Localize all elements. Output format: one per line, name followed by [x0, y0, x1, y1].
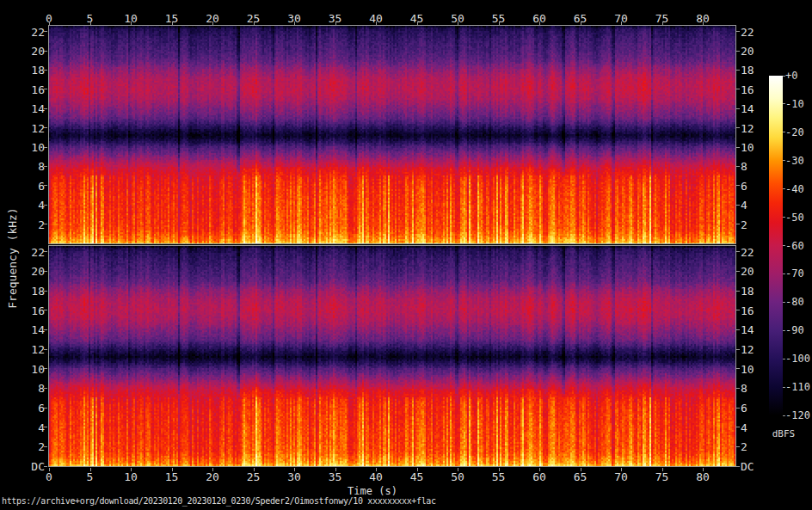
tick-mark — [736, 329, 740, 330]
spectrogram-channel-1 — [48, 25, 736, 244]
tick-mark — [44, 310, 47, 310]
tick-mark — [44, 166, 47, 167]
time-tick-label-bottom: 30 — [287, 471, 301, 482]
tick-mark — [44, 388, 47, 389]
tick-mark — [783, 160, 785, 161]
freq-tick-label-right: 20 — [741, 266, 754, 277]
freq-tick-label-right: DC — [741, 461, 754, 472]
freq-tick-label-left: DC — [31, 461, 45, 472]
tick-mark — [44, 251, 47, 252]
tick-mark — [736, 224, 740, 224]
tick-mark — [736, 310, 740, 310]
freq-tick-label-right: 12 — [741, 122, 754, 133]
tick-mark — [335, 468, 336, 471]
colorbar-unit-label: dBFS — [772, 428, 796, 439]
tick-mark — [621, 22, 622, 25]
tick-mark — [44, 224, 47, 224]
tick-mark — [44, 147, 47, 148]
freq-tick-label-right: 8 — [741, 383, 747, 394]
time-tick-label-bottom: 15 — [165, 471, 179, 482]
freq-tick-label-left: 12 — [31, 344, 45, 355]
tick-mark — [539, 22, 540, 25]
time-tick-label-bottom: 10 — [124, 471, 138, 482]
x-axis-title: Time (s) — [348, 485, 397, 497]
tick-mark — [458, 22, 458, 25]
tick-mark — [783, 103, 785, 104]
tick-mark — [581, 468, 581, 471]
freq-tick-label-right: 20 — [741, 46, 754, 57]
tick-mark — [736, 388, 740, 389]
freq-tick-label-right: 14 — [741, 324, 754, 335]
tick-mark — [499, 468, 500, 471]
tick-mark — [783, 132, 785, 132]
tick-mark — [44, 127, 47, 128]
time-tick-label-bottom: 50 — [451, 471, 464, 482]
freq-tick-label-right: 4 — [741, 421, 747, 433]
time-tick-label-bottom: 40 — [369, 471, 383, 482]
time-tick-label-bottom: 5 — [87, 471, 94, 482]
freq-tick-label-right: 18 — [741, 65, 754, 76]
tick-mark — [294, 22, 295, 25]
tick-mark — [44, 446, 47, 447]
tick-mark — [44, 427, 47, 427]
tick-mark — [44, 205, 47, 206]
freq-tick-label-right: 2 — [741, 441, 747, 452]
time-tick-label-bottom: 80 — [696, 471, 710, 482]
freq-tick-label-right: 4 — [741, 200, 747, 211]
tick-mark — [736, 127, 740, 128]
tick-mark — [44, 408, 47, 409]
tick-mark — [783, 76, 785, 77]
tick-mark — [703, 22, 704, 25]
tick-mark — [783, 359, 785, 359]
tick-mark — [376, 468, 377, 471]
tick-mark — [90, 468, 91, 471]
tick-mark — [212, 468, 213, 471]
tick-mark — [44, 291, 47, 292]
colorbar-tick-label: -50 — [785, 212, 804, 223]
colorbar-tick-label: -20 — [785, 127, 804, 138]
tick-mark — [783, 245, 785, 246]
tick-mark — [621, 468, 622, 471]
tick-mark — [172, 22, 173, 25]
tick-mark — [44, 349, 47, 350]
freq-tick-label-right: 16 — [741, 83, 754, 95]
tick-mark — [90, 22, 91, 25]
tick-mark — [212, 22, 213, 25]
tick-mark — [49, 468, 50, 471]
spectrogram-view: Frequency (kHz) 005510101515202025253030… — [0, 0, 812, 510]
tick-mark — [131, 468, 132, 471]
freq-tick-label-right: 12 — [741, 344, 754, 355]
tick-mark — [539, 468, 540, 471]
colorbar-tick-label: -30 — [785, 156, 804, 166]
tick-mark — [783, 217, 785, 218]
tick-mark — [736, 349, 740, 350]
freq-tick-label-right: 2 — [741, 218, 747, 230]
tick-mark — [49, 22, 50, 25]
tick-mark — [335, 22, 336, 25]
freq-tick-label-left: 14 — [31, 103, 45, 114]
freq-tick-label-left: 14 — [31, 324, 45, 335]
colorbar-tick-label: -110 — [785, 382, 810, 392]
freq-tick-label-left: 18 — [31, 65, 45, 76]
tick-mark — [736, 251, 740, 252]
tick-mark — [736, 185, 740, 186]
tick-mark — [736, 427, 740, 427]
tick-mark — [736, 368, 740, 369]
tick-mark — [44, 108, 47, 109]
tick-mark — [783, 387, 785, 388]
tick-mark — [417, 468, 418, 471]
colorbar-tick-label: -80 — [785, 297, 804, 307]
tick-mark — [254, 22, 255, 25]
colorbar-tick-label: -120 — [785, 410, 810, 421]
time-tick-label-bottom: 55 — [492, 471, 506, 482]
tick-mark — [581, 22, 581, 25]
freq-tick-label-left: 22 — [31, 26, 45, 37]
tick-mark — [44, 70, 47, 71]
freq-tick-label-right: 10 — [741, 363, 754, 374]
tick-mark — [703, 468, 704, 471]
tick-mark — [662, 468, 663, 471]
colorbar-tick-label: -90 — [785, 325, 804, 335]
colorbar-tick-label: -60 — [785, 241, 804, 251]
tick-mark — [736, 205, 740, 206]
freq-tick-label-right: 22 — [741, 26, 754, 37]
